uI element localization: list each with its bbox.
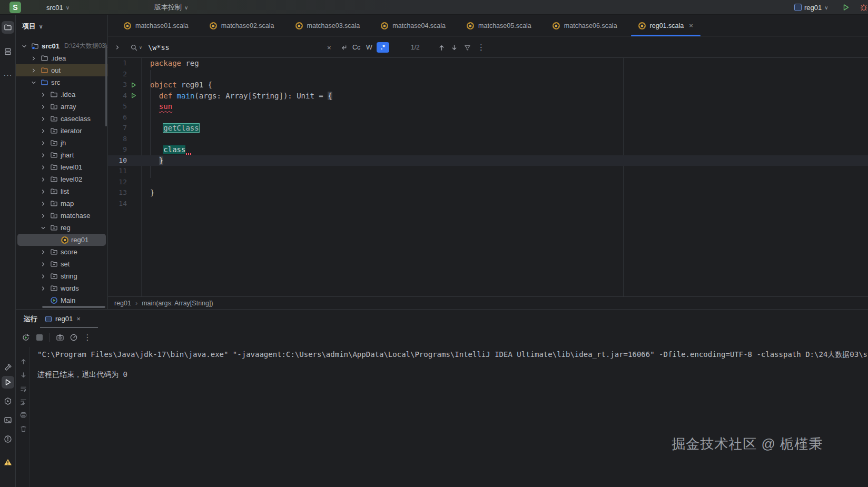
tree-item-set[interactable]: set: [16, 258, 107, 270]
chevron-collapsed-icon[interactable]: [39, 260, 47, 269]
tree-item-list[interactable]: list: [16, 185, 107, 197]
project-menu[interactable]: src01 ∨: [46, 0, 70, 15]
tree-item-score[interactable]: score: [16, 246, 107, 258]
chevron-collapsed-icon[interactable]: [39, 200, 47, 208]
tree-item-level02[interactable]: level02: [16, 173, 107, 185]
words-toggle[interactable]: W: [366, 37, 372, 58]
run-more-options[interactable]: ⋮: [81, 333, 94, 342]
build-tool-button[interactable]: [2, 361, 14, 374]
run-tab-reg01[interactable]: reg01 ×: [45, 310, 81, 328]
run-configuration-selector[interactable]: reg01 ∨: [794, 0, 828, 15]
expand-search-icon[interactable]: [114, 37, 121, 58]
close-tab-icon[interactable]: ×: [689, 22, 693, 29]
clear-search-icon[interactable]: ×: [327, 37, 331, 58]
tree-item-src[interactable]: src: [16, 76, 107, 88]
debug-button[interactable]: [860, 0, 868, 15]
run-line-icon[interactable]: [130, 92, 137, 100]
thread-dump-button[interactable]: [53, 333, 67, 342]
tab-matchase01-scala[interactable]: matchase01.scala: [113, 15, 199, 36]
tab-matchase03-scala[interactable]: matchase03.scala: [285, 15, 371, 36]
project-panel-header[interactable]: 项目 ∨: [22, 22, 43, 31]
tree-item-iterator[interactable]: iterator: [16, 125, 107, 137]
tree-item-string[interactable]: string: [16, 270, 107, 282]
newline-icon[interactable]: [340, 37, 348, 58]
chevron-collapsed-icon[interactable]: [39, 248, 47, 256]
chevron-collapsed-icon[interactable]: [29, 66, 38, 75]
search-icon[interactable]: ∨: [130, 37, 142, 58]
app-logo[interactable]: S: [9, 2, 21, 13]
run-tool-button[interactable]: [2, 376, 14, 389]
run-line-icon[interactable]: [130, 81, 137, 89]
more-tool-windows-button[interactable]: ···: [2, 68, 14, 81]
tree-vertical-scrollbar[interactable]: [105, 45, 107, 126]
breadcrumb-item[interactable]: main(args: Array[String]): [142, 300, 213, 307]
tree-item-main[interactable]: Main: [16, 294, 107, 306]
warning-notification-button[interactable]: [2, 456, 14, 469]
close-run-tab-icon[interactable]: ×: [76, 315, 81, 323]
tree-item-array[interactable]: array: [16, 101, 107, 113]
terminal-tool-button[interactable]: [2, 414, 14, 426]
rerun-button[interactable]: [19, 333, 33, 342]
chevron-collapsed-icon[interactable]: [39, 187, 47, 196]
chevron-collapsed-icon[interactable]: [39, 115, 47, 123]
tab-reg01-scala[interactable]: reg01.scala ×: [628, 15, 704, 36]
chevron-collapsed-icon[interactable]: [39, 212, 47, 220]
chevron-expanded-icon[interactable]: [29, 78, 38, 87]
chevron-collapsed-icon[interactable]: [39, 103, 47, 111]
chevron-collapsed-icon[interactable]: [39, 284, 47, 293]
tab-matchase02-scala[interactable]: matchase02.scala: [199, 15, 285, 36]
project-tool-button[interactable]: [2, 21, 14, 34]
tree-item-matchase[interactable]: matchase: [16, 210, 107, 222]
chevron-collapsed-icon[interactable]: [39, 163, 47, 172]
tree-item-jh[interactable]: jh: [16, 137, 107, 149]
tab-matchase06-scala[interactable]: matchase06.scala: [542, 15, 628, 36]
soft-wrap-button[interactable]: [18, 384, 28, 393]
vcs-menu[interactable]: 版本控制 ∨: [154, 0, 188, 15]
tree-item-out[interactable]: out: [16, 64, 107, 76]
tree-item-idea[interactable]: .idea: [16, 52, 107, 64]
profiler-button[interactable]: [67, 333, 81, 342]
tree-item-src01[interactable]: src01 D:\24大数据03\src: [16, 40, 107, 52]
print-button[interactable]: [18, 410, 28, 420]
code-editor[interactable]: 1 package reg 2 3 object reg01 { 4 def m…: [108, 58, 868, 296]
run-button[interactable]: [842, 0, 850, 15]
structure-tool-button[interactable]: [2, 45, 14, 58]
chevron-collapsed-icon[interactable]: [39, 139, 47, 147]
tab-matchase04-scala[interactable]: matchase04.scala: [370, 15, 456, 36]
console-output[interactable]: "C:\Program Files\Java\jdk-17\bin\java.e…: [30, 347, 868, 487]
tree-item-jhart[interactable]: jhart: [16, 149, 107, 161]
tree-item-reg[interactable]: reg: [16, 222, 107, 234]
next-match-button[interactable]: [450, 37, 458, 58]
problems-tool-button[interactable]: [2, 433, 14, 445]
clear-console-button[interactable]: [18, 424, 28, 433]
tree-item-src-idea[interactable]: .idea: [16, 88, 107, 101]
tab-matchase05-scala[interactable]: matchase05.scala: [456, 15, 542, 36]
previous-match-button[interactable]: [438, 37, 446, 58]
tree-item-words[interactable]: words: [16, 282, 107, 294]
chevron-collapsed-icon[interactable]: [29, 54, 38, 63]
chevron-collapsed-icon[interactable]: [39, 127, 47, 135]
breadcrumb-item[interactable]: reg01: [114, 300, 131, 307]
tree-item-reg01[interactable]: reg01: [17, 234, 106, 246]
services-tool-button[interactable]: [2, 395, 14, 408]
chevron-collapsed-icon[interactable]: [39, 272, 47, 281]
regex-toggle[interactable]: .*: [377, 42, 389, 53]
chevron-expanded-icon[interactable]: [20, 42, 28, 51]
scroll-to-end-button[interactable]: [18, 397, 28, 406]
up-stack-trace-button[interactable]: [18, 356, 28, 366]
down-stack-trace-button[interactable]: [18, 370, 28, 380]
chevron-collapsed-icon[interactable]: [39, 91, 47, 99]
chevron-collapsed-icon[interactable]: [39, 151, 47, 160]
search-input[interactable]: \w*ss: [148, 37, 170, 58]
match-case-toggle[interactable]: Cc: [352, 37, 360, 58]
vcs-menu-label: 版本控制: [154, 3, 182, 12]
chevron-expanded-icon[interactable]: [39, 224, 47, 232]
chevron-collapsed-icon[interactable]: [39, 175, 47, 184]
tree-horizontal-scrollbar[interactable]: [42, 306, 105, 308]
stop-button[interactable]: [33, 334, 46, 341]
search-more-options[interactable]: ⋮: [477, 37, 485, 58]
tree-item-map[interactable]: map: [16, 197, 107, 210]
tree-item-caseclass[interactable]: caseclass: [16, 113, 107, 125]
filter-icon[interactable]: [463, 37, 471, 58]
tree-item-level01[interactable]: level01: [16, 161, 107, 173]
